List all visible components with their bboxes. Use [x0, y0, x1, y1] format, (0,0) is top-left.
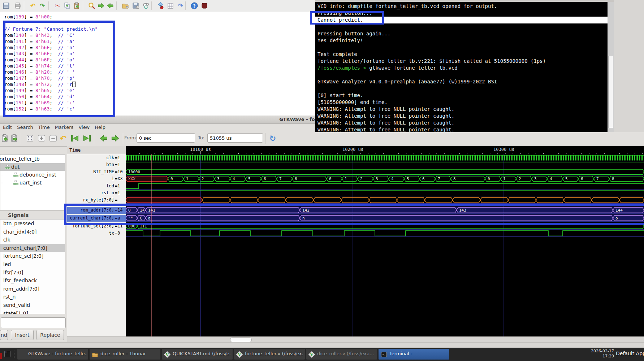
wave-name-rx_byte[7:0][interactable]: rx_byte[7:0]= — [67, 197, 126, 204]
terminal-scrollbar-thumb[interactable] — [608, 56, 613, 128]
wave-name-led[interactable]: led=1 — [67, 183, 126, 190]
svg-text:2: 2 — [202, 177, 204, 181]
taskbar-button-2[interactable]: dice_roller - Thunar — [90, 349, 160, 360]
svg-text:1+: 1+ — [140, 208, 145, 213]
tree-item-uart_inst[interactable]: -uart_inst — [0, 179, 65, 187]
terminal-line — [315, 71, 608, 78]
save-as-icon[interactable] — [132, 2, 140, 10]
signal-filter-input[interactable] — [1, 317, 66, 328]
copy-icon[interactable] — [63, 2, 71, 10]
zoom-out-icon[interactable] — [48, 134, 58, 143]
taskbar-terminal-mini-icon[interactable]: *- — [4, 351, 10, 357]
signal-item-btn_pressed[interactable]: btn_pressed — [0, 219, 65, 227]
wave-name-btn[interactable]: btn=1 — [67, 161, 126, 168]
skip-end-icon[interactable] — [82, 134, 92, 143]
undo-yellow-icon[interactable]: ↶ — [59, 134, 68, 143]
signal-item-fortune_sel[2:0][interactable]: fortune_sel[2:0] — [0, 252, 65, 260]
signal-item-lfsr_feedback[interactable]: lfsr_feedback — [0, 277, 65, 284]
table-icon[interactable] — [167, 2, 174, 10]
arrow-right-icon[interactable] — [111, 134, 120, 143]
wave-name-i[interactable]: i=XX — [67, 175, 126, 182]
undo-icon[interactable]: ↶ — [29, 2, 37, 10]
taskbar-button-1[interactable]: GTKWave - fortune_telle... — [17, 349, 88, 360]
taskbar-clock[interactable]: 2026-02-17 17:29 — [585, 349, 614, 359]
code-line: rom[149] = 8'h65; // 'e' — [4, 87, 98, 93]
taskbar-corner-icon[interactable] — [0, 353, 2, 359]
zoom-fit-icon[interactable] — [25, 134, 35, 143]
signal-item-lfsr[7:0][interactable]: lfsr[7:0] — [0, 269, 65, 277]
signal-item-current_char[7:0][interactable]: current_char[7:0] — [0, 244, 65, 252]
signal-item-rom_addr[7:0][interactable]: rom_addr[7:0] — [0, 285, 65, 293]
signal-item-send_valid[interactable]: send_valid — [0, 301, 65, 309]
skip-start-icon[interactable] — [70, 134, 79, 143]
wave-name-rom_addr[7:0][interactable]: rom_addr[7:0]=14 — [67, 207, 126, 214]
help-icon[interactable]: ? — [190, 2, 198, 10]
arrow-left-icon[interactable] — [99, 134, 108, 143]
redo-icon[interactable]: ↷ — [38, 2, 46, 10]
wave-name-current_char[7:0][interactable]: current_char[7:0]=a — [67, 215, 126, 222]
wave-name-rst_n[interactable]: rst_n=1 — [67, 190, 126, 196]
signal-names-panel: Time clk=1btn=1BIT_TIME=10i=XXled=1rst_n… — [67, 146, 126, 336]
signal-item-char_idx[4:0][interactable]: char_idx[4:0] — [0, 228, 65, 236]
wave-name-fortune_sel[2:0][interactable]: fortune_sel[2:0]=11 — [67, 223, 126, 230]
gears-icon[interactable] — [142, 2, 150, 10]
jump-icon[interactable] — [156, 2, 164, 10]
zoom-in-icon[interactable] — [37, 134, 46, 143]
from-input[interactable] — [137, 133, 195, 143]
taskbar-button-6[interactable]: >_Terminal - — [379, 349, 449, 360]
taskbar-right-label[interactable]: Default App — [616, 351, 644, 356]
svg-text:6: 6 — [264, 177, 266, 181]
wave-name-BIT_TIME[interactable]: BIT_TIME=10 — [67, 169, 126, 175]
wave-name-tx[interactable]: tx=0 — [67, 230, 126, 237]
taskbar-button-5[interactable]: Vdice_roller.v (/foss/exa... — [306, 349, 377, 360]
find-icon[interactable] — [88, 2, 96, 10]
find-next-icon[interactable] — [97, 2, 105, 10]
svg-text:a: a — [148, 216, 151, 221]
signal-item-clk[interactable]: clk — [0, 236, 65, 244]
print-icon[interactable] — [14, 2, 22, 10]
reload-icon[interactable]: ↻ — [268, 134, 277, 143]
clipboard-icon[interactable] — [0, 134, 9, 143]
terminal-scrollbar[interactable] — [608, 2, 614, 132]
tree-item-debounce_inst[interactable]: -debounce_inst — [0, 171, 65, 179]
replace-button[interactable]: Replace — [36, 330, 64, 340]
swirl-icon[interactable]: ↷ — [177, 2, 185, 10]
terminal-window[interactable]: VCD info: dumpfile fortune_teller_tb.vcd… — [315, 0, 614, 132]
taskbar-button-label: GTKWave - fortune_telle... — [28, 351, 87, 356]
wave-name-clk[interactable]: clk=1 — [67, 155, 126, 161]
toolbar-separator — [94, 133, 94, 144]
code-line: rom[150] = 8'h64; // 'd' — [4, 93, 98, 100]
menu-view[interactable]: View — [78, 124, 90, 131]
save-icon[interactable] — [2, 2, 10, 10]
taskbar-button-3[interactable]: VQUICKSTART.md (/foss/e... — [162, 349, 233, 360]
wave-hscrollbar-thumb[interactable] — [230, 338, 252, 342]
terminal-line: Pressing button... — [315, 10, 608, 17]
wave-hscrollbar[interactable] — [67, 336, 644, 342]
svg-text:7: 7 — [596, 177, 599, 181]
signal-item-led[interactable]: led — [0, 260, 65, 268]
append-button[interactable]: nd — [0, 330, 8, 340]
waveform-canvas[interactable]: 10100 us10200 us10300 us10000XXX01234567… — [126, 146, 644, 336]
cut-icon[interactable]: ✂ — [53, 2, 61, 10]
insert-button[interactable]: Insert — [11, 330, 34, 340]
editor-code-area[interactable]: rom[139] = 8'h00; // Fortune 7: "Cannot … — [4, 14, 98, 112]
stop-icon[interactable] — [200, 2, 208, 10]
clipboard-icon[interactable] — [9, 134, 19, 143]
taskbar-button-4[interactable]: Vfortune_teller.v (/foss/ex... — [234, 349, 305, 360]
signal-item-state[1:0][interactable]: state[1:0] — [0, 309, 65, 314]
signal-item-rst_n[interactable]: rst_n — [0, 293, 65, 301]
find-prev-icon[interactable] — [106, 2, 114, 10]
tree-item-fortune_teller_tb[interactable]: fortune_teller_tb — [0, 155, 65, 163]
taskbar-button-label: QUICKSTART.md (/foss/e... — [173, 351, 231, 356]
paste-icon[interactable] — [73, 2, 81, 10]
open-folder-icon[interactable] — [121, 2, 129, 10]
svg-text:?: ? — [193, 3, 196, 9]
menu-edit[interactable]: Edit — [3, 124, 12, 131]
menu-help[interactable]: Help — [95, 124, 105, 131]
menu-time[interactable]: Time — [38, 124, 50, 131]
menu-search[interactable]: Search — [17, 124, 33, 131]
menu-markers[interactable]: Markers — [55, 124, 74, 131]
editor-toolbar: ↶↷✂↷? — [0, 0, 315, 12]
to-input[interactable] — [207, 133, 263, 143]
tree-item-dut[interactable]: dut — [0, 163, 65, 171]
